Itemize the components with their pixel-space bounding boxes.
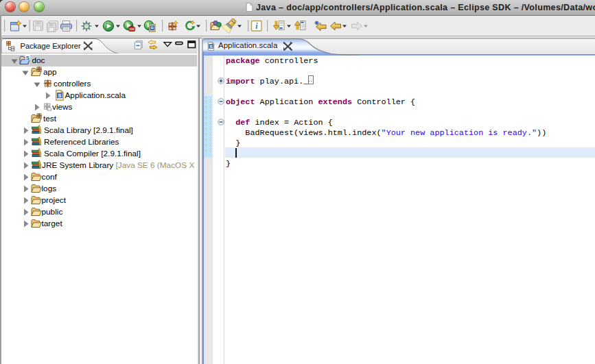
svg-text:S: S	[58, 93, 61, 99]
svg-text:Package Explorer: Package Explorer	[21, 42, 82, 50]
svg-text:S: S	[209, 44, 212, 49]
svg-text:S: S	[26, 55, 30, 61]
